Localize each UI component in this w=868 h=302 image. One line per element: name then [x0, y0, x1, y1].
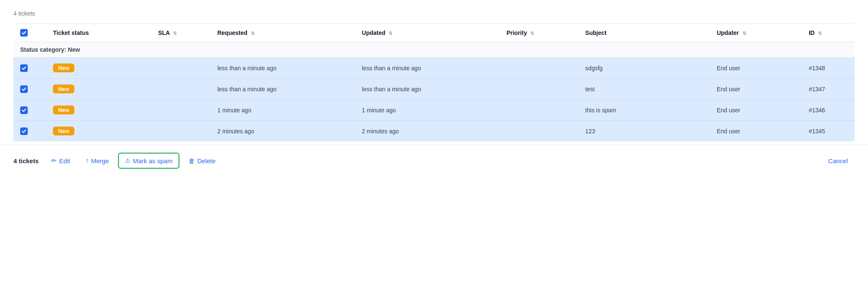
row-status: New [46, 100, 151, 121]
row-updater: End user [710, 121, 802, 142]
row-updater: End user [710, 79, 802, 100]
row-checkbox-cell [13, 58, 46, 79]
row-sla [151, 79, 210, 100]
row-status: New [46, 121, 151, 142]
row-status: New [46, 79, 151, 100]
row-priority [500, 100, 579, 121]
col-header-requested[interactable]: Requested ⇅ [210, 24, 355, 42]
row-updater: End user [710, 100, 802, 121]
col-header-sla[interactable]: SLA ⇅ [151, 24, 210, 42]
row-subject[interactable]: this is spam [579, 100, 710, 121]
col-header-id[interactable]: ID ⇅ [802, 24, 855, 42]
edit-button[interactable]: ✏ Edit [45, 154, 76, 168]
id-sort-icon: ⇅ [818, 31, 822, 36]
select-all-checkbox[interactable] [20, 29, 28, 37]
delete-button[interactable]: 🗑 Delete [183, 154, 221, 168]
row-updated: less than a minute ago [355, 58, 500, 79]
row-checkbox-cell [13, 79, 46, 100]
row-checkbox-cell [13, 121, 46, 142]
row-requested: less than a minute ago [210, 58, 355, 79]
table-row: New less than a minute ago less than a m… [13, 58, 855, 79]
row-status: New [46, 58, 151, 79]
row-checkbox-cell [13, 100, 46, 121]
row-id: #1348 [802, 58, 855, 79]
col-header-priority[interactable]: Priority ⇅ [500, 24, 579, 42]
row-requested: 1 minute ago [210, 100, 355, 121]
selected-count: 4 tickets [13, 157, 39, 164]
merge-icon: ↑ [85, 157, 89, 164]
table-header-row: Ticket status SLA ⇅ Requested ⇅ Updated … [13, 24, 855, 42]
row-priority [500, 121, 579, 142]
bottom-action-bar: 4 tickets ✏ Edit ↑ Merge ⚠ Mark as spam … [0, 145, 868, 176]
row-checkbox[interactable] [20, 85, 28, 93]
status-category-row: Status category: New [13, 42, 855, 58]
row-requested: 2 minutes ago [210, 121, 355, 142]
tickets-count-header: 4 tickets [13, 10, 855, 17]
table-row: New 2 minutes ago 2 minutes ago 123 End … [13, 121, 855, 142]
merge-button[interactable]: ↑ Merge [79, 154, 115, 168]
warning-icon: ⚠ [125, 157, 130, 164]
header-checkbox-cell [13, 24, 46, 42]
row-id: #1347 [802, 79, 855, 100]
row-updated: 2 minutes ago [355, 121, 500, 142]
row-checkbox[interactable] [20, 64, 28, 72]
updater-sort-icon: ⇅ [742, 31, 746, 36]
row-checkbox[interactable] [20, 106, 28, 114]
table-row: New 1 minute ago 1 minute ago this is sp… [13, 100, 855, 121]
row-updated: 1 minute ago [355, 100, 500, 121]
row-sla [151, 58, 210, 79]
row-subject[interactable]: sdgsfg [579, 58, 710, 79]
row-sla [151, 121, 210, 142]
row-requested: less than a minute ago [210, 79, 355, 100]
row-priority [500, 79, 579, 100]
row-id: #1345 [802, 121, 855, 142]
table-row: New less than a minute ago less than a m… [13, 79, 855, 100]
row-subject[interactable]: test [579, 79, 710, 100]
sla-sort-icon: ⇅ [173, 31, 177, 36]
status-category-cell: Status category: New [13, 42, 855, 58]
updated-sort-icon: ⇅ [389, 31, 392, 36]
trash-icon: 🗑 [189, 157, 195, 164]
mark-as-spam-button[interactable]: ⚠ Mark as spam [118, 153, 179, 169]
col-header-subject: Subject [579, 24, 710, 42]
row-checkbox[interactable] [20, 127, 28, 135]
row-priority [500, 58, 579, 79]
tickets-table: Ticket status SLA ⇅ Requested ⇅ Updated … [13, 24, 855, 141]
main-container: 4 tickets Ticket status SLA ⇅ [0, 0, 868, 141]
requested-sort-icon: ⇅ [251, 31, 255, 36]
col-header-updated[interactable]: Updated ⇅ [355, 24, 500, 42]
col-header-updater[interactable]: Updater ⇅ [710, 24, 802, 42]
col-header-ticket-status: Ticket status [46, 24, 151, 42]
row-subject[interactable]: 123 [579, 121, 710, 142]
priority-sort-icon: ⇅ [530, 31, 534, 36]
row-sla [151, 100, 210, 121]
cancel-button[interactable]: Cancel [821, 154, 855, 168]
pencil-icon: ✏ [51, 157, 57, 164]
row-updated: less than a minute ago [355, 79, 500, 100]
row-updater: End user [710, 58, 802, 79]
row-id: #1346 [802, 100, 855, 121]
